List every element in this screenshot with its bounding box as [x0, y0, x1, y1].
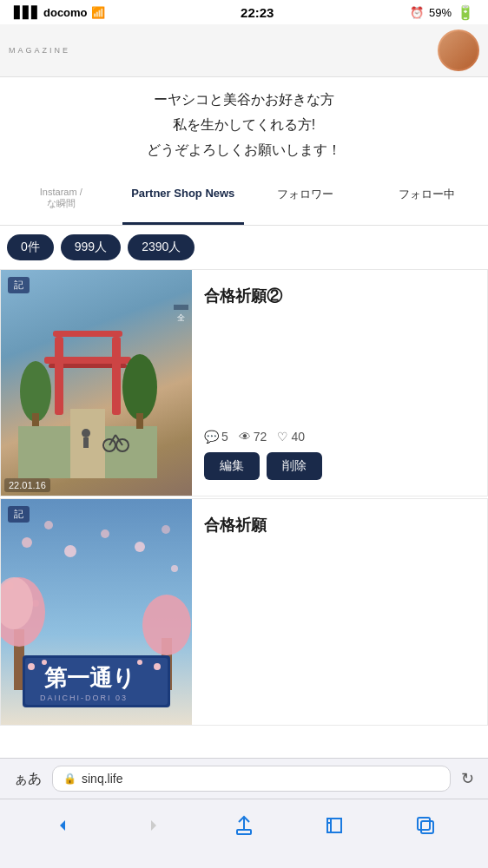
delete-button-1[interactable]: 削除 [267, 452, 322, 480]
post-thumb-2: 第一通り DAIICHI-DORI 03 記 [1, 499, 192, 725]
bio-section: ーヤシコと美谷かお好きな方 私を生かしてくれる方! どうぞよろしくお願いします！ [0, 77, 488, 174]
bottom-nav [0, 799, 488, 868]
like-count: 40 [291, 430, 305, 444]
like-stat: ♡ 40 [277, 430, 305, 444]
svg-rect-8 [32, 413, 39, 426]
avatar [438, 30, 479, 71]
svg-text:第一通り: 第一通り [44, 665, 135, 691]
tab-partner-shop-news[interactable]: Partner Shop News [122, 174, 245, 225]
svg-point-9 [122, 354, 157, 420]
view-count: 72 [254, 430, 267, 444]
bookmarks-button[interactable] [317, 808, 352, 848]
post-stats-1: 💬 5 👁 72 ♡ 40 [204, 430, 475, 444]
svg-point-36 [28, 663, 35, 670]
bio-line-1: ーヤシコと美谷かお好きな方 [17, 88, 471, 111]
svg-point-22 [135, 542, 145, 552]
svg-point-24 [171, 565, 178, 572]
top-banner: MAGAZINE [0, 24, 488, 77]
count-row: 0件 999人 2390人 [0, 226, 488, 269]
eye-icon: 👁 [239, 430, 251, 444]
url-bar[interactable]: 🔒 sinq.life [52, 766, 451, 792]
svg-rect-5 [55, 337, 63, 415]
cherry-blossom-illustration: 第一通り DAIICHI-DORI 03 [1, 499, 192, 725]
tabs-row: Instaram /な瞬間 Partner Shop News フォロワー フォ… [0, 174, 488, 226]
post-card-1: 記 全 22.01.16 合格祈願② 💬 5 👁 72 ♡ 40 編集 削除 [0, 269, 488, 496]
count-badge-posts[interactable]: 0件 [7, 234, 54, 260]
carrier-signal: ▋▋▋ docomo 📶 [14, 6, 105, 19]
tab-instagram[interactable]: Instaram /な瞬間 [0, 174, 122, 225]
svg-point-31 [142, 595, 191, 655]
comment-icon: 💬 [204, 430, 219, 444]
post-card-2: 第一通り DAIICHI-DORI 03 記 合格祈願 [0, 498, 488, 726]
svg-point-23 [162, 525, 170, 534]
svg-rect-10 [136, 413, 143, 429]
tab-followers[interactable]: フォロワー [244, 174, 366, 225]
svg-point-39 [154, 663, 161, 670]
svg-point-38 [137, 660, 142, 665]
svg-point-11 [82, 429, 90, 437]
post-badge-2: 記 [8, 506, 30, 523]
carrier-name: docomo [43, 6, 88, 19]
count-badge-following[interactable]: 2390人 [128, 234, 195, 260]
overlay-text-1: 全 [174, 305, 188, 310]
magazine-logo: MAGAZINE [9, 46, 70, 55]
heart-icon: ♡ [277, 430, 288, 444]
comment-stat: 💬 5 [204, 430, 228, 444]
post-title-1: 合格祈願② [204, 286, 475, 307]
shrine-illustration [18, 305, 157, 478]
edit-button-1[interactable]: 編集 [204, 452, 260, 480]
tab-following[interactable]: フォロー中 [366, 174, 489, 225]
post-title-2: 合格祈願 [204, 515, 475, 536]
post-info-2: 合格祈願 [192, 499, 487, 725]
post-thumb-1: 記 全 22.01.16 [1, 270, 192, 496]
url-text: sinq.life [82, 772, 122, 786]
svg-point-18 [22, 537, 32, 548]
back-button[interactable] [45, 808, 80, 848]
svg-point-7 [20, 361, 51, 422]
svg-point-37 [42, 660, 47, 665]
post-actions-1: 編集 削除 [204, 452, 475, 480]
svg-rect-42 [421, 821, 433, 833]
svg-point-21 [101, 529, 109, 538]
clock: 22:23 [241, 5, 274, 20]
bio-line-2: 私を生かしてくれる方! [17, 113, 471, 136]
svg-rect-4 [53, 331, 122, 337]
share-button[interactable] [227, 808, 261, 848]
svg-rect-41 [418, 818, 430, 830]
battery-icon: 🔋 [457, 4, 474, 21]
svg-rect-12 [83, 437, 89, 448]
view-stat: 👁 72 [239, 430, 267, 444]
text-size-button[interactable]: ぁあ [14, 770, 42, 788]
status-bar: ▋▋▋ docomo 📶 22:23 ⏰ 59% 🔋 [0, 0, 488, 24]
post-date-1: 22.01.16 [4, 478, 50, 492]
battery-area: ⏰ 59% 🔋 [410, 4, 474, 21]
svg-point-19 [44, 521, 53, 529]
post-info-1: 合格祈願② 💬 5 👁 72 ♡ 40 編集 削除 [192, 270, 487, 496]
svg-point-20 [64, 545, 76, 557]
count-badge-followers[interactable]: 999人 [61, 234, 121, 260]
lock-icon: 🔒 [63, 773, 76, 785]
browser-bar: ぁあ 🔒 sinq.life ↻ [0, 758, 488, 799]
comment-count: 5 [221, 430, 228, 444]
svg-text:DAIICHI-DORI      03: DAIICHI-DORI 03 [40, 694, 128, 702]
forward-button[interactable] [136, 808, 171, 848]
battery-percent: 59% [429, 6, 452, 19]
reload-button[interactable]: ↻ [461, 769, 474, 788]
alarm-icon: ⏰ [410, 6, 424, 19]
post-badge-1: 記 [8, 277, 30, 293]
svg-rect-6 [112, 337, 121, 415]
bio-line-3: どうぞよろしくお願いします！ [17, 138, 471, 161]
wifi-icon: 📶 [91, 6, 105, 19]
signal-bars: ▋▋▋ [14, 6, 40, 19]
tabs-button[interactable] [408, 808, 443, 848]
svg-rect-40 [237, 830, 251, 834]
